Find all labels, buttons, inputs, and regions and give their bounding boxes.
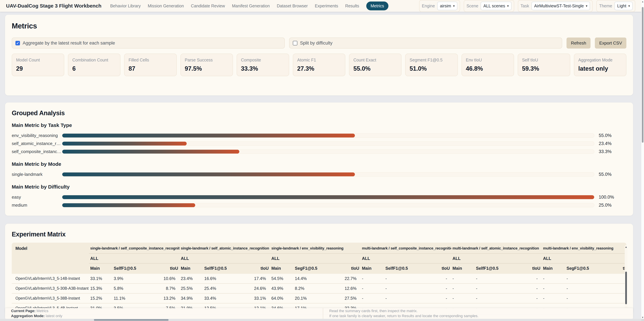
- group-header-single-landmark-env-visibility-reasoning: single-landmark / env_visibility_reasoni…: [270, 243, 360, 254]
- bar-fill: [62, 142, 187, 146]
- group-header-multi-landmark-self-composite-instance-recognition: multi-landmark / self_composite_instance…: [360, 243, 451, 254]
- metric-cell: 13.2%: [150, 293, 180, 303]
- metric-cell: -: [542, 274, 565, 284]
- select-engine[interactable]: airsim▾: [437, 2, 457, 10]
- metric-cell: 11.1%: [112, 293, 150, 303]
- chevron-down-icon: ▾: [507, 4, 509, 7]
- select-engine-value: airsim: [440, 3, 451, 8]
- metric-column-main: Main: [180, 263, 203, 274]
- metric-cell: -: [603, 293, 626, 303]
- page-title: Metrics: [12, 22, 626, 30]
- metric-cell: 25.5%: [180, 284, 203, 293]
- bar-value: 55.0%: [599, 133, 626, 138]
- metric-cell: -: [474, 293, 512, 303]
- nav-item-metrics[interactable]: Metrics: [366, 1, 388, 10]
- group-header-multi-landmark-env-visibility-reasoning: multi-landmark / env_visibility_reasonin…: [542, 243, 626, 254]
- metric-column-main: Main: [542, 263, 565, 274]
- grouped-analysis-body: Main Metric by Task Typeenv_visibility_r…: [12, 122, 626, 209]
- metric-column-tiou: tIoU: [603, 263, 626, 274]
- horizontal-scrollbar-thumb[interactable]: [94, 319, 168, 321]
- summary-stat-cards: Model Count29Combination Count6Filled Ce…: [12, 54, 626, 76]
- footer-current-page: Current Page: Metrics: [11, 309, 317, 314]
- metric-column-selff1-0-5: SelfF1@0.5: [112, 263, 150, 274]
- metric-cell: -: [542, 293, 565, 303]
- metric-cell: -: [451, 284, 474, 293]
- aggregation-mode-value: latest only: [46, 314, 62, 318]
- aggregate-latest-field[interactable]: ✓ Aggregate by the latest result for eac…: [12, 37, 285, 49]
- scrollbar-down-arrow-icon[interactable]: ▼: [641, 316, 644, 319]
- stat-card-parse-success: Parse Success97.5%: [180, 54, 233, 76]
- bar-row-self-composite-instance-recognition: self_composite_instance_recognition33.3%: [12, 148, 626, 156]
- nav-item-experiments[interactable]: Experiments: [315, 3, 338, 8]
- group-subheader-all: ALL: [451, 254, 542, 263]
- current-page-label: Current Page: [11, 309, 34, 313]
- table-row: OpenGVLab/InternVL3_5-38B-Instant15.2%11…: [12, 293, 626, 303]
- refresh-button[interactable]: Refresh: [566, 37, 590, 49]
- aggregate-latest-checkbox[interactable]: ✓: [16, 41, 20, 45]
- select-theme[interactable]: Light▾: [614, 2, 632, 10]
- top-nav-bar: UAV-DualCog Stage 3 Flight Workbench Beh…: [0, 0, 641, 12]
- nav-item-candidate-review[interactable]: Candidate Review: [191, 3, 225, 8]
- nav-item-dataset-browser[interactable]: Dataset Browser: [277, 3, 308, 8]
- bar-label: self_atomic_instance_recognition: [12, 141, 62, 146]
- table-scrollbar-thumb[interactable]: [625, 272, 627, 304]
- control-group-theme: ThemeLight▾: [596, 0, 635, 12]
- stat-value: 33.3%: [241, 65, 285, 72]
- group-subheader-all: ALL: [360, 254, 451, 263]
- stat-label: Self tIoU: [522, 58, 566, 62]
- export-csv-button[interactable]: Export CSV: [595, 37, 626, 49]
- current-page-value: Metrics: [36, 309, 48, 313]
- page-horizontal-scrollbar[interactable]: [0, 319, 641, 321]
- status-footer: Current Page: Metrics Aggregation Mode: …: [5, 308, 633, 319]
- metric-column-tiou: tIoU: [512, 263, 542, 274]
- page-vertical-scrollbar[interactable]: ▲ ▼: [641, 0, 644, 319]
- split-difficulty-field[interactable]: Split by difficulty: [289, 37, 562, 49]
- footer-status-block: Current Page: Metrics Aggregation Mode: …: [5, 309, 323, 319]
- scrollbar-up-arrow-icon[interactable]: ▲: [641, 0, 644, 3]
- select-task[interactable]: AirMultiviewST-Test-Single▾: [532, 2, 590, 10]
- stat-card-env-tiou: Env tIoU46.8%: [462, 54, 514, 76]
- chevron-down-icon: ▾: [453, 4, 455, 7]
- bar-track: [62, 203, 594, 207]
- header-blank: [12, 263, 89, 274]
- select-theme-value: Light: [617, 3, 626, 8]
- metric-cell: 33.1%: [241, 293, 270, 303]
- metric-cell: -: [360, 284, 384, 293]
- bar-row-medium: medium25.0%: [12, 201, 626, 209]
- stat-value: 59.3%: [522, 65, 566, 72]
- control-label-task: Task: [520, 3, 529, 8]
- header-controls: Engineairsim▾SceneALL scenes▾TaskAirMult…: [419, 0, 635, 12]
- split-difficulty-checkbox[interactable]: [293, 41, 297, 45]
- bar-fill: [62, 172, 355, 176]
- nav-item-behavior-library[interactable]: Behavior Library: [110, 3, 141, 8]
- metric-cell: 43.9%: [270, 284, 294, 293]
- stat-label: Parse Success: [185, 58, 228, 62]
- aggregate-latest-label: Aggregate by the latest result for each …: [23, 40, 115, 46]
- nav-item-mission-generation[interactable]: Mission Generation: [148, 3, 184, 8]
- stat-label: Segment F1@0.5: [410, 58, 453, 62]
- metric-cell: 34.9%: [180, 293, 203, 303]
- metric-cell: -: [384, 274, 422, 284]
- metric-column-segf1-0-5: SegF1@0.5: [565, 263, 603, 274]
- stat-value: 27.3%: [297, 65, 341, 72]
- table-vertical-scrollbar[interactable]: ▲: [625, 245, 628, 312]
- table-row: OpenGVLab/InternVL3_5-30B-A3B-Instant15.…: [12, 284, 626, 293]
- page-scrollbar-thumb[interactable]: [642, 7, 644, 143]
- scrollbar-corner: [641, 319, 644, 321]
- stat-label: Filled Cells: [128, 58, 172, 62]
- metric-cell: 3.9%: [112, 274, 150, 284]
- nav-item-results[interactable]: Results: [345, 3, 359, 8]
- stat-card-count-exact: Count Exact55.0%: [349, 54, 402, 76]
- group-subheader-all: ALL: [89, 254, 180, 263]
- metric-cell: 14.4%: [294, 274, 331, 284]
- metric-cell: 17.4%: [241, 274, 270, 284]
- chevron-down-icon: ▾: [628, 4, 630, 7]
- control-group-engine: Engineairsim▾: [419, 0, 460, 12]
- bar-track: [62, 150, 594, 154]
- experiment-matrix-panel: Experiment Matrix Modelsingle-landmark /…: [5, 224, 633, 314]
- metric-column-tiou: tIoU: [422, 263, 451, 274]
- experiment-matrix-title: Experiment Matrix: [12, 231, 626, 238]
- scroll-up-arrow-icon[interactable]: ▲: [625, 245, 628, 248]
- nav-item-manifest-generation[interactable]: Manifest Generation: [232, 3, 270, 8]
- select-scene[interactable]: ALL scenes▾: [481, 2, 511, 10]
